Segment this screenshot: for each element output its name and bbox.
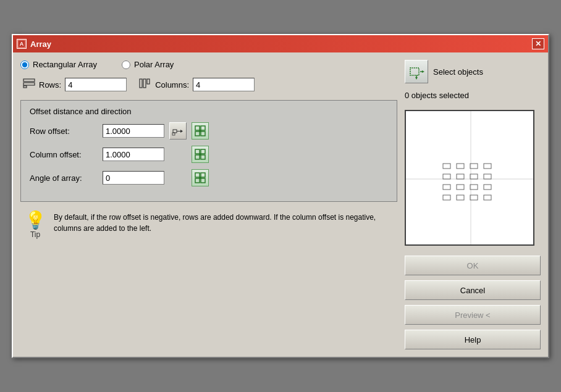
angle-pick-button[interactable]: [192, 169, 209, 186]
svg-rect-3: [23, 83, 35, 85]
rows-columns-row: Rows: Columns:: [20, 78, 397, 91]
column-offset-pick-button[interactable]: [192, 146, 209, 163]
svg-rect-48: [470, 195, 478, 200]
select-objects-label: Select objects: [433, 67, 483, 77]
angle-row: Angle of array:: [30, 169, 388, 186]
polar-label: Polar Array: [134, 60, 174, 69]
offset-group: Offset distance and direction Row offset…: [20, 100, 397, 202]
svg-rect-5: [140, 79, 142, 88]
svg-rect-6: [143, 79, 146, 88]
polar-radio[interactable]: [122, 60, 130, 69]
svg-rect-2: [23, 79, 35, 81]
svg-rect-13: [201, 126, 205, 130]
cancel-button[interactable]: Cancel: [405, 280, 541, 300]
svg-marker-31: [415, 77, 418, 80]
row-offset-input[interactable]: [103, 124, 164, 138]
svg-rect-14: [195, 131, 200, 136]
svg-rect-15: [201, 131, 205, 136]
title-bar: A Array ✕: [13, 35, 548, 52]
column-offset-input[interactable]: [103, 148, 164, 161]
tip-section: 💡 Tip By default, if the row offset is n…: [20, 208, 397, 243]
svg-rect-39: [457, 174, 464, 179]
row-offset-pick-button[interactable]: [192, 122, 209, 140]
rectangular-radio[interactable]: [20, 60, 29, 69]
svg-rect-46: [443, 195, 450, 200]
svg-rect-43: [457, 185, 464, 190]
app-icon: A: [17, 39, 27, 49]
svg-rect-20: [201, 155, 205, 159]
svg-rect-47: [457, 195, 464, 200]
column-offset-label: Column offset:: [30, 150, 98, 159]
svg-rect-8: [173, 130, 177, 133]
svg-rect-38: [443, 174, 450, 179]
preview-box: [405, 110, 534, 246]
select-objects-button[interactable]: [405, 60, 428, 83]
dialog-title: Array: [30, 40, 51, 49]
rectangular-label: Rectangular Array: [33, 60, 97, 69]
svg-rect-40: [470, 174, 478, 179]
row-offset-row: Row offset:: [30, 122, 388, 140]
svg-rect-34: [443, 164, 450, 169]
svg-point-26: [199, 177, 201, 179]
rectangular-array-option[interactable]: Rectangular Array: [20, 60, 97, 69]
columns-icon: [139, 78, 151, 91]
tip-bulb: 💡 Tip: [23, 212, 48, 239]
rows-input[interactable]: [65, 78, 127, 91]
array-type-row: Rectangular Array Polar Array: [20, 60, 397, 69]
bulb-icon: 💡: [25, 212, 46, 229]
svg-rect-44: [470, 185, 478, 190]
svg-rect-24: [195, 178, 200, 183]
svg-rect-25: [201, 178, 205, 183]
svg-point-21: [199, 153, 201, 156]
svg-rect-35: [457, 164, 464, 169]
svg-rect-42: [443, 185, 450, 190]
row-offset-label: Row offset:: [30, 127, 98, 136]
right-panel: Select objects 0 objects selected: [405, 60, 541, 349]
svg-rect-45: [484, 185, 491, 190]
preview-grid-svg: [406, 111, 534, 246]
svg-text:A: A: [20, 41, 24, 47]
svg-point-16: [199, 130, 201, 132]
title-bar-left: A Array: [17, 39, 51, 49]
select-objects-row: Select objects: [405, 60, 541, 83]
rows-icon: [23, 78, 35, 91]
svg-rect-36: [470, 164, 478, 169]
svg-rect-49: [484, 195, 491, 200]
svg-rect-12: [195, 126, 200, 130]
svg-rect-22: [195, 173, 200, 177]
polar-array-option[interactable]: Polar Array: [122, 60, 174, 69]
dialog-body: Rectangular Array Polar Array: [13, 52, 548, 357]
angle-input[interactable]: [103, 171, 164, 185]
preview-button[interactable]: Preview <: [405, 305, 541, 325]
svg-rect-18: [201, 149, 205, 154]
svg-rect-7: [147, 79, 150, 84]
array-dialog: A Array ✕ Rectangular Array Polar Array: [12, 34, 549, 358]
tip-text: By default, if the row offset is negativ…: [54, 212, 395, 234]
left-panel: Rectangular Array Polar Array: [20, 60, 397, 349]
svg-rect-27: [410, 68, 419, 75]
columns-label: Columns:: [155, 80, 189, 90]
svg-rect-11: [172, 133, 175, 135]
svg-rect-37: [484, 164, 491, 169]
columns-input[interactable]: [193, 78, 255, 91]
row-offset-pick-unit-button[interactable]: [169, 122, 187, 140]
help-button[interactable]: Help: [405, 330, 541, 349]
svg-marker-10: [180, 130, 183, 133]
close-button[interactable]: ✕: [532, 38, 544, 49]
svg-rect-4: [23, 86, 27, 88]
objects-selected-label: 0 objects selected: [405, 91, 541, 100]
angle-label: Angle of array:: [30, 173, 98, 183]
tip-label: Tip: [30, 230, 40, 239]
svg-rect-17: [195, 149, 200, 154]
svg-rect-19: [195, 155, 200, 159]
rows-item: Rows:: [23, 78, 127, 91]
svg-marker-30: [422, 70, 424, 73]
svg-rect-41: [484, 174, 491, 179]
column-offset-row: Column offset:: [30, 146, 388, 163]
svg-rect-23: [201, 173, 205, 177]
columns-item: Columns:: [139, 78, 255, 91]
ok-button[interactable]: OK: [405, 256, 541, 275]
rows-label: Rows:: [39, 80, 61, 90]
offset-group-title: Offset distance and direction: [30, 107, 388, 116]
